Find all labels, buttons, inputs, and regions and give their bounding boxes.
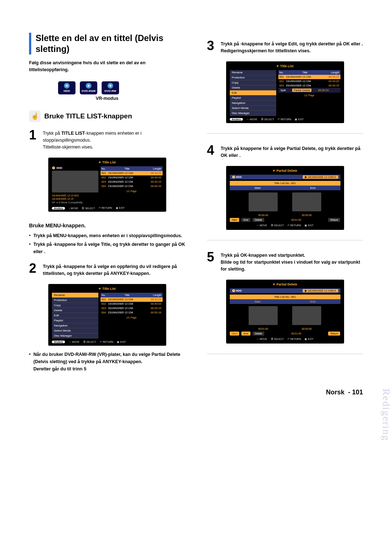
osd-title-list-1: Title List 📀HDD 18/JAN/2005 12:15 AV3 18… xyxy=(48,158,166,212)
media-dvdram: DVD-RAM xyxy=(80,81,97,94)
step-number: 5 xyxy=(207,251,216,273)
divider xyxy=(207,240,363,240)
disc-icon xyxy=(64,83,70,89)
step-number: 4 xyxy=(207,144,216,159)
osd-partial-delete-2: ✦ Partial Delete 📀 HDD▶ 18/JAN/2005 12:1… xyxy=(226,280,344,344)
step-1: 1 Trykk på TITLE LIST-knappen mens enhet… xyxy=(29,129,185,151)
page-footer: Norsk - 101 xyxy=(29,389,363,396)
osd-anykey-menu: Title List Rename Protection Copy Delete… xyxy=(48,284,166,346)
step-number: 1 xyxy=(29,129,38,151)
menu-bullet-1: Trykk på MENU-knappen, mens enheten er i… xyxy=(29,232,185,239)
osd-edit-submenu: Title List Rename Protection Copy Delete… xyxy=(226,61,344,123)
step-4: 4 Trykk på knappene for å velge Partial … xyxy=(207,144,363,159)
anykey-pill: Anykey xyxy=(52,207,65,210)
section-tab: Redigering xyxy=(380,389,392,441)
menu-heading: Bruke MENU-knappen. xyxy=(29,223,185,228)
osd-partial-delete-1: ✦ Partial Delete 📀 HDD▶ 18/JAN/2005 12:1… xyxy=(226,166,344,230)
disc-icon xyxy=(107,83,113,89)
step-3: 3 Trykk på -knappene for å velge Edit, o… xyxy=(207,39,363,55)
step-number: 2 xyxy=(29,262,38,277)
osd-thumbnail xyxy=(52,171,98,192)
section-title: Slette en del av en tittel (Delvis slett… xyxy=(29,33,185,54)
media-hdd: HDD xyxy=(58,81,75,94)
media-row: HDD DVD-RAM DVD-RW xyxy=(58,81,185,94)
intro-text: Følg disse anvisningene hvis du vil slet… xyxy=(29,60,185,73)
media-dvdrw: DVD-RW xyxy=(102,81,119,94)
divider xyxy=(207,354,363,354)
disc-icon xyxy=(86,83,91,89)
osd-menu-list: Rename Protection Copy Delete Edit Playl… xyxy=(52,293,98,338)
menu-bullet-2: Trykk på -knappene for å velge Title, og… xyxy=(29,241,185,255)
step-2: 2 Trykk på -knappene for å velge en oppf… xyxy=(29,262,185,277)
divider xyxy=(207,133,363,134)
subheading: Bruke TITLE LIST-knappen xyxy=(44,112,132,120)
hand-icon: ☝ xyxy=(29,110,41,122)
note-bullet: Når du bruker DVD-RAM/-RW (VR)-plater, k… xyxy=(29,351,185,373)
step-number: 3 xyxy=(207,39,216,55)
step-5: 5 Trykk på OK-knappen ved startpunktet.B… xyxy=(207,251,363,273)
media-sub: VR-modus xyxy=(29,96,185,101)
